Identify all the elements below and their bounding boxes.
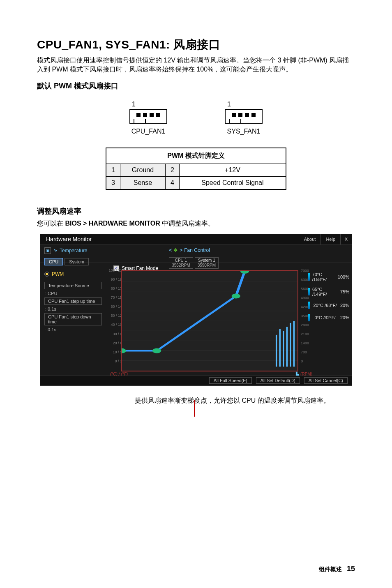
hwm-title-text: Hardware Monitor bbox=[46, 236, 299, 242]
page-title: CPU_FAN1, SYS_FAN1: 风扇接口 bbox=[37, 37, 355, 53]
connector-cpu-fan1: 1 CPU_FAN1 bbox=[129, 101, 167, 135]
page-footer: 组件概述 15 bbox=[319, 565, 355, 573]
fan-curve-svg bbox=[122, 271, 297, 371]
pwm-pin-table: PWM 模式针脚定义 1 Ground 2 +12V 3 Sense 4 Spe… bbox=[106, 148, 286, 190]
y2-tick: 0 bbox=[301, 359, 313, 363]
fan-curve-graph: 100 / 212 90 / 194 80 / 176 70 / 158 60 … bbox=[106, 263, 352, 376]
y2-tick: 700 bbox=[301, 350, 313, 354]
table-row: 1 Ground 2 +12V bbox=[106, 164, 286, 176]
legend-pct: 100% bbox=[338, 274, 349, 279]
y2-tick: 1400 bbox=[301, 341, 313, 345]
fan-control-section: < ❖ > Fan Control CPU 1 3562RPM System 1… bbox=[165, 245, 352, 263]
step-down-time-button[interactable]: CPU Fan1 step down time bbox=[44, 313, 102, 325]
intro-text: 模式风扇接口使用速率控制信号提供恒定的 12V 输出和调节风扇速率。当您将一个 … bbox=[37, 56, 355, 74]
svg-point-9 bbox=[122, 348, 126, 353]
hwm-sidebar: PWM Temperature Source : CPU CPU Fan1 st… bbox=[40, 263, 106, 376]
chevron-right-icon[interactable]: > bbox=[180, 247, 182, 253]
fanbox-name: System 1 bbox=[198, 258, 216, 263]
legend-pct: 75% bbox=[340, 289, 349, 294]
pin-name: +12V bbox=[179, 164, 286, 176]
pin-number: 4 bbox=[165, 176, 179, 189]
note-prefix: 您可以在 bbox=[37, 220, 65, 227]
hardware-monitor-window: Hardware Monitor About Help X ▣ ∿ Temper… bbox=[40, 234, 352, 386]
pin-name: Sense bbox=[120, 176, 165, 189]
callout-leader-line bbox=[194, 400, 195, 417]
step-up-time-value: : 0.1s bbox=[44, 307, 102, 311]
all-set-default-button[interactable]: All Set Default(D) bbox=[256, 377, 300, 384]
svg-point-10 bbox=[152, 348, 161, 353]
curve-point-legend: 70°C /158°F/100% 65°C /149°F/75% 20°C /6… bbox=[308, 272, 349, 321]
hwm-body: PWM Temperature Source : CPU CPU Fan1 st… bbox=[40, 263, 352, 376]
pin1-label: 1 bbox=[132, 101, 136, 108]
pin-icon bbox=[251, 113, 256, 117]
legend-pct: 20% bbox=[340, 303, 349, 308]
pin-number: 2 bbox=[165, 164, 179, 176]
connector-diagrams: 1 CPU_FAN1 1 SYS_FAN1 bbox=[37, 101, 355, 135]
callout-text: 提供风扇速率渐变梯度点，允许您以 CPU 的温度来调节风扇速率。 bbox=[135, 396, 348, 405]
legend-pct: 20% bbox=[340, 315, 349, 320]
footer-page-number: 15 bbox=[347, 565, 355, 573]
fan-icon: ❖ bbox=[173, 247, 178, 253]
chevron-left-icon[interactable]: < bbox=[169, 247, 172, 253]
pin-icon bbox=[245, 113, 249, 117]
step-up-time-button[interactable]: CPU Fan1 step up time bbox=[44, 297, 102, 305]
legend-temp: 20°C /68°F/ bbox=[313, 303, 337, 308]
pin-number: 3 bbox=[106, 176, 120, 189]
svg-point-11 bbox=[232, 293, 240, 298]
connector-key-notch bbox=[134, 119, 146, 124]
connector-label: CPU_FAN1 bbox=[131, 128, 166, 135]
table-title: PWM 模式针脚定义 bbox=[106, 148, 286, 164]
pin1-label: 1 bbox=[227, 101, 231, 108]
expand-icon[interactable]: ▣ bbox=[44, 247, 51, 254]
connector-box bbox=[129, 109, 167, 124]
legend-row: 65°C /149°F/75% bbox=[308, 287, 349, 297]
pin-number: 1 bbox=[106, 164, 120, 176]
legend-temp: 65°C /149°F/ bbox=[312, 287, 338, 297]
connector-key-notch bbox=[229, 119, 241, 124]
all-full-speed-button[interactable]: All Full Speed(F) bbox=[209, 377, 252, 384]
pin-icon bbox=[136, 113, 141, 117]
footer-section: 组件概述 bbox=[319, 566, 342, 573]
all-set-cancel-button[interactable]: All Set Cancel(C) bbox=[304, 377, 348, 384]
radio-dot-icon bbox=[44, 272, 49, 277]
legend-temp: 0°C /32°F/ bbox=[314, 315, 335, 320]
legend-temp: 70°C /158°F/ bbox=[312, 272, 335, 282]
connector-box bbox=[225, 109, 263, 124]
table-row: 3 Sense 4 Speed Control Signal bbox=[106, 176, 286, 189]
legend-bar-icon bbox=[308, 302, 310, 309]
legend-row: 0°C /32°F/20% bbox=[308, 314, 349, 321]
help-button[interactable]: Help bbox=[321, 234, 340, 244]
connector-label: SYS_FAN1 bbox=[227, 128, 261, 135]
pin-name: Speed Control Signal bbox=[179, 176, 286, 189]
pwm-label: PWM bbox=[52, 271, 64, 277]
y2-tick: 2800 bbox=[301, 323, 313, 327]
temperature-source-value: : CPU bbox=[44, 291, 102, 296]
pwm-radio[interactable]: PWM bbox=[44, 271, 102, 277]
pin-icon bbox=[143, 113, 147, 117]
fan-curve-plot[interactable] bbox=[121, 270, 298, 371]
wave-icon: ∿ bbox=[53, 248, 57, 253]
connector-sys-fan1: 1 SYS_FAN1 bbox=[225, 101, 263, 135]
note-suffix: 中调整风扇速率。 bbox=[160, 220, 214, 227]
temperature-source-button[interactable]: Temperature Source bbox=[44, 282, 102, 289]
legend-row: 70°C /158°F/100% bbox=[308, 272, 349, 282]
bios-note: 您可以在 BIOS > HARDWARE MONITOR 中调整风扇速率。 bbox=[37, 219, 355, 228]
about-button[interactable]: About bbox=[299, 234, 321, 244]
hwm-titlebar: Hardware Monitor About Help X bbox=[40, 234, 352, 245]
pin-icon bbox=[156, 113, 160, 117]
subheading-adjust: 调整风扇速率 bbox=[37, 206, 355, 216]
pin-icon bbox=[150, 113, 154, 117]
pin-name: Ground bbox=[120, 164, 165, 176]
y2-tick: 2100 bbox=[301, 332, 313, 336]
legend-bar-icon bbox=[308, 314, 310, 321]
hwm-footer: All Full Speed(F) All Set Default(D) All… bbox=[40, 376, 352, 385]
close-button[interactable]: X bbox=[340, 234, 352, 244]
step-down-time-value: : 0.1s bbox=[44, 327, 102, 332]
legend-bar-icon bbox=[308, 273, 310, 281]
fan-control-label: Fan Control bbox=[184, 247, 210, 253]
fanbox-name: CPU 1 bbox=[172, 258, 190, 263]
temperature-label: Temperature bbox=[60, 248, 87, 254]
subheading-default-pwm: 默认 PWM 模式风扇接口 bbox=[37, 81, 355, 91]
pin-icon bbox=[232, 113, 236, 117]
pin-icon bbox=[238, 113, 242, 117]
